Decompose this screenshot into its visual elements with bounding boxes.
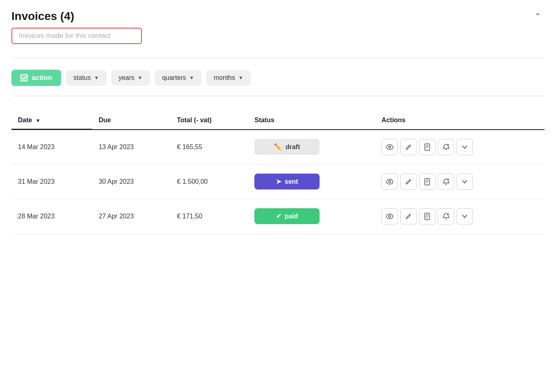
- svg-point-9: [389, 215, 391, 217]
- svg-rect-2: [425, 144, 430, 150]
- cell-date: 31 Mar 2023: [11, 164, 92, 199]
- months-dropdown[interactable]: months ▼: [206, 70, 250, 86]
- status-icon: ➤: [276, 178, 281, 185]
- cell-status: ✏️ draft: [248, 130, 375, 165]
- status-badge[interactable]: ➤ sent: [254, 174, 320, 189]
- cell-total: € 1.500,00: [170, 164, 248, 199]
- table-header-row: Date ▼ Due Total (- vat) Status Actions: [11, 112, 545, 130]
- cell-date: 14 Mar 2023: [11, 130, 92, 165]
- years-arrow-icon: ▼: [138, 75, 143, 81]
- months-arrow-icon: ▼: [238, 75, 243, 81]
- cell-actions: [375, 199, 545, 233]
- reminder-button[interactable]: [438, 139, 454, 155]
- col-header-date[interactable]: Date ▼: [11, 112, 92, 130]
- status-icon: ✔: [276, 212, 281, 220]
- cell-due: 27 Apr 2023: [92, 199, 170, 233]
- years-dropdown[interactable]: years ▼: [111, 70, 150, 86]
- col-header-status: Status: [248, 112, 375, 130]
- table-row: 31 Mar 2023 30 Apr 2023 € 1.500,00 ➤ sen…: [11, 164, 545, 199]
- page-title: Invoices (4): [11, 10, 74, 23]
- svg-point-0: [386, 145, 393, 150]
- view-button[interactable]: [382, 139, 398, 155]
- quarters-arrow-icon: ▼: [189, 75, 194, 81]
- svg-point-4: [386, 179, 393, 184]
- cell-due: 30 Apr 2023: [92, 164, 170, 199]
- edit-button[interactable]: [400, 174, 417, 190]
- cell-status: ✔ paid: [248, 199, 375, 233]
- svg-point-3: [447, 144, 449, 146]
- status-badge[interactable]: ✔ paid: [254, 208, 320, 224]
- col-header-actions: Actions: [375, 112, 545, 130]
- filter-bar: action status ▼ years ▼ quarters ▼ month…: [11, 70, 545, 86]
- col-header-due: Due: [92, 112, 170, 130]
- cell-actions: [375, 130, 545, 165]
- file-button[interactable]: [419, 208, 435, 225]
- status-arrow-icon: ▼: [94, 75, 99, 81]
- collapse-button[interactable]: ⌃: [531, 10, 545, 23]
- col-header-total: Total (- vat): [170, 112, 248, 130]
- status-icon: ✏️: [274, 143, 282, 151]
- expand-button[interactable]: [457, 208, 473, 225]
- cell-actions: [375, 164, 545, 199]
- action-check-icon: [20, 74, 28, 81]
- divider-mid: [11, 96, 545, 96]
- divider-top: [11, 58, 545, 58]
- view-button[interactable]: [382, 208, 398, 225]
- cell-total: € 171,50: [170, 199, 248, 233]
- search-placeholder: Invoices made for this contact: [11, 28, 142, 44]
- action-button[interactable]: action: [11, 70, 61, 86]
- file-button[interactable]: [419, 139, 435, 155]
- cell-status: ➤ sent: [248, 164, 375, 199]
- cell-date: 28 Mar 2023: [11, 199, 92, 233]
- view-button[interactable]: [382, 174, 398, 190]
- invoices-table: Date ▼ Due Total (- vat) Status Actions …: [11, 112, 545, 234]
- file-button[interactable]: [419, 174, 435, 190]
- svg-point-5: [389, 181, 391, 183]
- svg-point-8: [386, 214, 393, 219]
- cell-total: € 165,55: [170, 130, 248, 165]
- svg-rect-10: [425, 213, 430, 220]
- svg-rect-6: [425, 178, 430, 185]
- table-row: 28 Mar 2023 27 Apr 2023 € 171,50 ✔ paid: [11, 199, 545, 233]
- edit-button[interactable]: [400, 208, 417, 225]
- quarters-dropdown[interactable]: quarters ▼: [155, 70, 202, 86]
- expand-button[interactable]: [457, 174, 473, 190]
- cell-due: 13 Apr 2023: [92, 130, 170, 165]
- page-header: Invoices (4) ⌃: [11, 10, 545, 23]
- reminder-button[interactable]: [438, 208, 454, 225]
- edit-button[interactable]: [400, 139, 417, 155]
- svg-point-11: [447, 213, 449, 215]
- table-row: 14 Mar 2023 13 Apr 2023 € 165,55 ✏️ draf…: [11, 130, 545, 165]
- status-dropdown[interactable]: status ▼: [66, 70, 106, 86]
- expand-button[interactable]: [457, 139, 473, 155]
- svg-point-1: [389, 146, 391, 148]
- status-badge[interactable]: ✏️ draft: [254, 139, 320, 155]
- date-sort-icon: ▼: [35, 118, 40, 123]
- svg-point-7: [447, 178, 449, 181]
- reminder-button[interactable]: [438, 174, 454, 190]
